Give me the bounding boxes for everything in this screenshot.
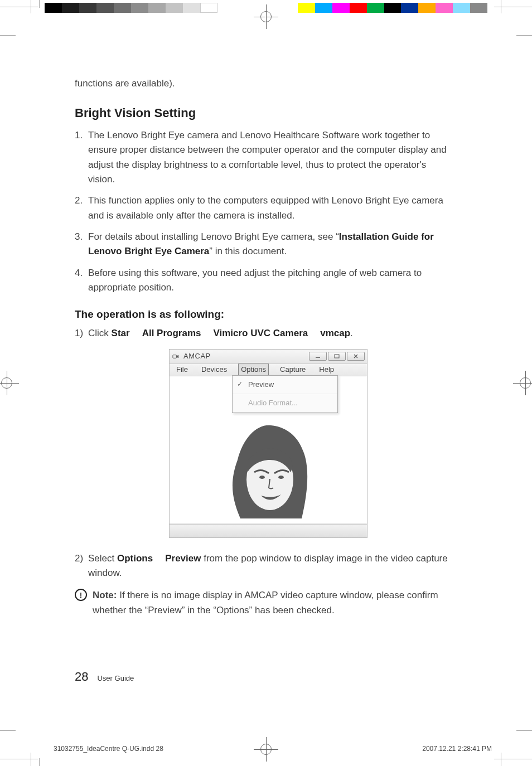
- list-item: Before using this software, you need adj…: [75, 266, 448, 295]
- step-text: Click: [88, 328, 112, 338]
- svg-point-6: [259, 476, 265, 479]
- crop-mark: [501, 753, 501, 766]
- maximize-button[interactable]: [328, 352, 346, 361]
- registration-mark-icon: [254, 4, 278, 29]
- section-heading: Bright Vision Setting: [75, 106, 448, 120]
- step-text: Select: [88, 553, 117, 564]
- bleed-mark: [516, 730, 532, 731]
- top-printer-marks: [0, 0, 532, 42]
- menu-devices[interactable]: Devices: [199, 363, 229, 376]
- paren-list: Click StarAll ProgramsVimicro UVC Camera…: [75, 326, 448, 580]
- registration-mark-icon: [513, 371, 532, 395]
- menu-file[interactable]: File: [174, 363, 190, 376]
- crop-mark: [0, 759, 38, 759]
- window-controls: [309, 352, 365, 361]
- menu-path: Star: [112, 328, 130, 338]
- bleed-mark: [0, 35, 16, 36]
- window-title: AMCAP: [183, 351, 211, 362]
- menu-capture[interactable]: Capture: [278, 363, 308, 376]
- page-footer: 28 User Guide: [75, 670, 134, 684]
- crop-mark: [0, 7, 38, 7]
- menu-bar: FileDevicesOptionsCaptureHelp: [170, 364, 367, 376]
- options-dropdown: ✓PreviewAudio Format...: [232, 375, 338, 413]
- footer-label: User Guide: [97, 674, 134, 682]
- list-item: For details about installing Lenovo Brig…: [75, 230, 448, 259]
- face-illustration: [226, 421, 310, 518]
- menu-path: Options: [117, 553, 153, 564]
- bleed-mark: [39, 758, 40, 766]
- page-number: 28: [75, 670, 88, 684]
- dropdown-item[interactable]: ✓Preview: [233, 376, 337, 394]
- slug-date: 2007.12.21 2:28:41 PM: [422, 745, 492, 753]
- list-item: The Lenovo Bright Eye camera and Lenovo …: [75, 128, 448, 187]
- step-1: Click StarAll ProgramsVimicro UVC Camera…: [75, 326, 448, 537]
- dropdown-item: Audio Format...: [233, 394, 337, 413]
- svg-rect-2: [335, 355, 339, 358]
- status-bar: [170, 524, 367, 537]
- alert-icon: !: [75, 589, 87, 601]
- menu-options[interactable]: Options: [238, 363, 269, 376]
- note-body: If there is no image display in AMCAP vi…: [93, 590, 438, 615]
- registration-mark-icon: [254, 737, 278, 762]
- menu-path: All Programs: [142, 328, 201, 338]
- menu-path: Vimicro UVC Camera: [213, 328, 308, 338]
- crop-mark: [501, 0, 501, 13]
- color-bar: [298, 3, 487, 13]
- crop-mark: [494, 7, 532, 7]
- crop-mark: [31, 753, 31, 766]
- menu-path: Preview: [165, 553, 201, 564]
- app-icon: [172, 352, 180, 361]
- bleed-mark: [0, 730, 16, 731]
- bleed-mark: [516, 35, 532, 36]
- minimize-button[interactable]: [309, 352, 327, 361]
- numbered-list: The Lenovo Bright Eye camera and Lenovo …: [75, 128, 448, 295]
- close-button[interactable]: [347, 352, 365, 361]
- crop-mark: [494, 759, 532, 759]
- note-text: Note: If there is no image display in AM…: [93, 588, 448, 618]
- page-content: functions are available). Bright Vision …: [75, 78, 448, 618]
- step-text: .: [350, 328, 353, 338]
- window-titlebar: AMCAP: [170, 350, 367, 364]
- continuation-text: functions are available).: [75, 78, 448, 89]
- svg-rect-0: [173, 355, 177, 358]
- subsection-heading: The operation is as following:: [75, 308, 448, 321]
- grayscale-bar: [45, 3, 217, 13]
- menu-path: vmcap: [320, 328, 350, 338]
- bleed-mark: [39, 0, 40, 8]
- note-label: Note:: [93, 590, 117, 600]
- note-block: ! Note: If there is no image display in …: [75, 588, 448, 618]
- step-2: Select OptionsPreview from the pop windo…: [75, 551, 448, 581]
- slug-filename: 31032755_IdeaCentre Q-UG.indd 28: [54, 745, 163, 753]
- registration-mark-icon: [0, 371, 19, 395]
- crop-mark: [31, 0, 31, 13]
- menu-help[interactable]: Help: [317, 363, 336, 376]
- svg-point-7: [278, 476, 284, 479]
- list-item: This function applies only to the comput…: [75, 193, 448, 223]
- amcap-screenshot: AMCAP FileDevicesOptionsCaptureHelp: [169, 349, 367, 538]
